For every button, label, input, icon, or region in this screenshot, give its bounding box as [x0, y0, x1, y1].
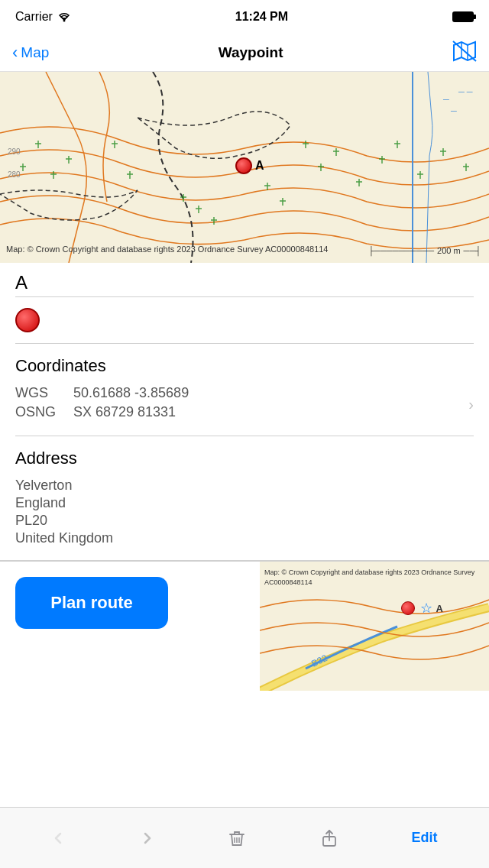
color-row: [0, 297, 489, 343]
map-view[interactable]: ─ ─ ─ ─ 290 280 A Map: © Crown Copyright…: [0, 72, 489, 263]
osng-value: SX 68729 81331: [73, 404, 176, 420]
map-copyright: Map: © Crown Copyright and database righ…: [6, 244, 328, 255]
bottom-area: B32 ☆ A Map: © Crown Copyright and datab…: [0, 561, 489, 691]
edit-button[interactable]: Edit: [400, 824, 450, 852]
status-bar: Carrier 11:24 PM: [0, 0, 489, 34]
wgs-label: WGS: [15, 385, 61, 401]
waypoint-map-label: A: [255, 159, 264, 173]
share-button[interactable]: [307, 822, 351, 854]
svg-text:─: ─: [450, 106, 457, 115]
coordinates-row[interactable]: WGS 50.61688 -3.85689 OSNG SX 68729 8133…: [15, 385, 474, 423]
coordinates-heading: Coordinates: [15, 356, 474, 376]
waypoint-name: A: [15, 272, 474, 293]
map-off-icon[interactable]: [452, 40, 477, 65]
svg-text:280: 280: [8, 170, 21, 179]
nav-bar: ‹ Map Waypoint: [0, 34, 489, 72]
waypoint-name-section: A: [0, 263, 489, 296]
thumb-red-dot: [401, 601, 415, 615]
osng-label: OSNG: [15, 404, 61, 420]
coordinates-data: WGS 50.61688 -3.85689 OSNG SX 68729 8133…: [15, 385, 462, 423]
thumb-star-icon: ☆: [420, 600, 432, 617]
delete-button[interactable]: [215, 822, 259, 854]
thumb-waypoint-marker: ☆ A: [401, 600, 443, 617]
back-label[interactable]: Map: [21, 44, 49, 61]
page-title: Waypoint: [219, 44, 283, 61]
carrier-text: Carrier: [15, 10, 71, 24]
chevron-left-icon: ‹: [12, 43, 18, 63]
waypoint-color-dot: [15, 308, 40, 332]
address-line4: United Kingdom: [15, 530, 474, 546]
address-line3: PL20: [15, 513, 474, 529]
forward-history-button[interactable]: [127, 824, 167, 852]
thumb-copyright: Map: © Crown Copyright and database righ…: [264, 568, 489, 587]
svg-text:─: ─: [442, 95, 449, 104]
coordinates-section: Coordinates WGS 50.61688 -3.85689 OSNG S…: [0, 344, 489, 436]
svg-text:─ ─: ─ ─: [458, 87, 473, 96]
address-line2: England: [15, 495, 474, 511]
address-line1: Yelverton: [15, 478, 474, 494]
address-heading: Address: [15, 449, 474, 468]
svg-text:290: 290: [8, 147, 21, 156]
svg-point-0: [63, 20, 65, 22]
plan-route-button[interactable]: Plan route: [15, 577, 168, 629]
toolbar: Edit: [0, 807, 489, 868]
osng-coord: OSNG SX 68729 81331: [15, 404, 462, 420]
map-scale: ├────────── 200 m ──┤: [368, 246, 481, 255]
status-time: 11:24 PM: [235, 10, 288, 24]
back-button[interactable]: ‹ Map: [12, 43, 49, 63]
wifi-icon: [57, 11, 71, 22]
wgs-coord: WGS 50.61688 -3.85689: [15, 385, 462, 401]
address-section: Address Yelverton England PL20 United Ki…: [0, 436, 489, 560]
battery-icon: [452, 11, 474, 22]
waypoint-marker: A: [235, 157, 264, 174]
wgs-value: 50.61688 -3.85689: [73, 385, 189, 401]
thumb-waypoint-label: A: [436, 603, 443, 614]
coordinates-chevron-icon: ›: [468, 396, 474, 413]
waypoint-dot: [235, 157, 252, 174]
bottom-map-thumbnail: B32 ☆ A Map: © Crown Copyright and datab…: [260, 562, 489, 691]
back-history-button[interactable]: [39, 824, 79, 852]
